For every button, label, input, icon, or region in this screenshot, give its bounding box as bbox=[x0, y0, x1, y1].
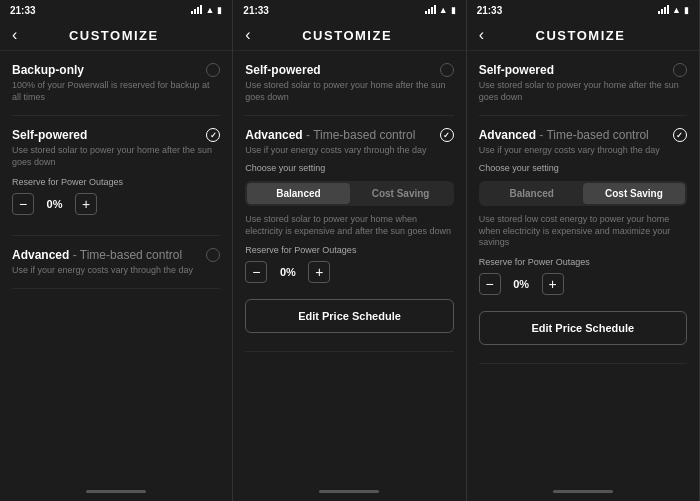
wifi-icon-3: ▲ bbox=[672, 5, 681, 15]
self-powered-header-3: Self-powered bbox=[479, 63, 687, 77]
home-bar-1 bbox=[86, 490, 146, 493]
home-indicator-1 bbox=[0, 485, 232, 501]
advanced-header-1: Advanced - Time-based control bbox=[12, 248, 220, 262]
advanced-option-2: Advanced - Time-based control Use if you… bbox=[245, 116, 453, 352]
status-time-1: 21:33 bbox=[10, 5, 36, 16]
reserve-section-3: Reserve for Power Outages − 0% + bbox=[479, 257, 687, 295]
status-time-2: 21:33 bbox=[243, 5, 269, 16]
backup-only-radio[interactable] bbox=[206, 63, 220, 77]
screen-header-3: ‹ CUSTOMIZE bbox=[467, 20, 699, 51]
self-powered-option-2: Self-powered Use stored solar to power y… bbox=[245, 51, 453, 116]
toggle-tabs-2: Balanced Cost Saving bbox=[245, 181, 453, 206]
reserve-control-1: − 0% + bbox=[12, 193, 220, 215]
advanced-title-3: Advanced - Time-based control bbox=[479, 128, 649, 142]
setting-desc-2: Use stored solar to power your home when… bbox=[245, 214, 453, 237]
screen-title-2: CUSTOMIZE bbox=[261, 28, 434, 43]
status-bar-3: 21:33 ▲ ▮ bbox=[467, 0, 699, 20]
screen-title-3: CUSTOMIZE bbox=[494, 28, 667, 43]
edit-price-btn-2[interactable]: Edit Price Schedule bbox=[245, 299, 453, 333]
reserve-control-3: − 0% + bbox=[479, 273, 687, 295]
reserve-value-3: 0% bbox=[509, 278, 534, 290]
tab-balanced-3[interactable]: Balanced bbox=[481, 183, 583, 204]
status-time-3: 21:33 bbox=[477, 5, 503, 16]
advanced-header-2: Advanced - Time-based control bbox=[245, 128, 453, 142]
self-powered-title-1: Self-powered bbox=[12, 128, 87, 142]
self-powered-subtitle-2: Use stored solar to power your home afte… bbox=[245, 80, 453, 103]
screen-header-2: ‹ CUSTOMIZE bbox=[233, 20, 465, 51]
backup-only-option: Backup-only 100% of your Powerwall is re… bbox=[12, 51, 220, 116]
screen-1: 21:33 ▲ ▮ ‹ CUSTOMIZE Backup-only 100% o… bbox=[0, 0, 233, 501]
reserve-plus-3[interactable]: + bbox=[542, 273, 564, 295]
reserve-minus-2[interactable]: − bbox=[245, 261, 267, 283]
signal-icon-3 bbox=[658, 6, 669, 14]
home-bar-2 bbox=[319, 490, 379, 493]
reserve-value-2: 0% bbox=[275, 266, 300, 278]
advanced-subtitle-2: Use if your energy costs vary through th… bbox=[245, 145, 453, 157]
self-powered-subtitle-3: Use stored solar to power your home afte… bbox=[479, 80, 687, 103]
backup-only-title: Backup-only bbox=[12, 63, 84, 77]
advanced-option-3: Advanced - Time-based control Use if you… bbox=[479, 116, 687, 364]
advanced-radio-2[interactable] bbox=[440, 128, 454, 142]
reserve-title-3: Reserve for Power Outages bbox=[479, 257, 687, 267]
self-powered-header-1: Self-powered bbox=[12, 128, 220, 142]
toggle-tabs-3: Balanced Cost Saving bbox=[479, 181, 687, 206]
screen-header-1: ‹ CUSTOMIZE bbox=[0, 20, 232, 51]
wifi-icon-1: ▲ bbox=[205, 5, 214, 15]
reserve-title-1: Reserve for Power Outages bbox=[12, 177, 220, 187]
advanced-option-1: Advanced - Time-based control Use if you… bbox=[12, 236, 220, 290]
home-indicator-3 bbox=[467, 485, 699, 501]
back-button-2[interactable]: ‹ bbox=[245, 26, 250, 44]
self-powered-option-1: Self-powered Use stored solar to power y… bbox=[12, 116, 220, 235]
advanced-radio-3[interactable] bbox=[673, 128, 687, 142]
home-indicator-2 bbox=[233, 485, 465, 501]
advanced-title-1: Advanced - Time-based control bbox=[12, 248, 182, 262]
backup-only-header: Backup-only bbox=[12, 63, 220, 77]
reserve-title-2: Reserve for Power Outages bbox=[245, 245, 453, 255]
back-button-3[interactable]: ‹ bbox=[479, 26, 484, 44]
battery-icon-2: ▮ bbox=[451, 5, 456, 15]
choose-label-3: Choose your setting bbox=[479, 163, 687, 173]
screen-2: 21:33 ▲ ▮ ‹ CUSTOMIZE Self-powered Use s… bbox=[233, 0, 466, 501]
setting-desc-3: Use stored low cost energy to power your… bbox=[479, 214, 687, 249]
advanced-title-2: Advanced - Time-based control bbox=[245, 128, 415, 142]
self-powered-subtitle-1: Use stored solar to power your home afte… bbox=[12, 145, 220, 168]
tab-cost-saving-2[interactable]: Cost Saving bbox=[350, 183, 452, 204]
battery-icon-1: ▮ bbox=[217, 5, 222, 15]
self-powered-radio-2[interactable] bbox=[440, 63, 454, 77]
self-powered-option-3: Self-powered Use stored solar to power y… bbox=[479, 51, 687, 116]
backup-only-subtitle: 100% of your Powerwall is reserved for b… bbox=[12, 80, 220, 103]
status-icons-3: ▲ ▮ bbox=[658, 5, 689, 15]
advanced-radio-1[interactable] bbox=[206, 248, 220, 262]
wifi-icon-2: ▲ bbox=[439, 5, 448, 15]
screen-content-2: Self-powered Use stored solar to power y… bbox=[233, 51, 465, 485]
screen-title-1: CUSTOMIZE bbox=[27, 28, 200, 43]
home-bar-3 bbox=[553, 490, 613, 493]
reserve-section-1: Reserve for Power Outages − 0% + bbox=[12, 177, 220, 215]
screen-3: 21:33 ▲ ▮ ‹ CUSTOMIZE Self-powered Use s… bbox=[467, 0, 700, 501]
status-bar-1: 21:33 ▲ ▮ bbox=[0, 0, 232, 20]
reserve-plus-1[interactable]: + bbox=[75, 193, 97, 215]
status-icons-1: ▲ ▮ bbox=[191, 5, 222, 15]
tab-cost-saving-3[interactable]: Cost Saving bbox=[583, 183, 685, 204]
battery-icon-3: ▮ bbox=[684, 5, 689, 15]
choose-label-2: Choose your setting bbox=[245, 163, 453, 173]
self-powered-title-3: Self-powered bbox=[479, 63, 554, 77]
back-button-1[interactable]: ‹ bbox=[12, 26, 17, 44]
reserve-minus-1[interactable]: − bbox=[12, 193, 34, 215]
status-icons-2: ▲ ▮ bbox=[425, 5, 456, 15]
reserve-plus-2[interactable]: + bbox=[308, 261, 330, 283]
screen-content-3: Self-powered Use stored solar to power y… bbox=[467, 51, 699, 485]
tab-balanced-2[interactable]: Balanced bbox=[247, 183, 349, 204]
reserve-value-1: 0% bbox=[42, 198, 67, 210]
advanced-header-3: Advanced - Time-based control bbox=[479, 128, 687, 142]
self-powered-radio-3[interactable] bbox=[673, 63, 687, 77]
edit-price-btn-3[interactable]: Edit Price Schedule bbox=[479, 311, 687, 345]
signal-icon-2 bbox=[425, 6, 436, 14]
self-powered-radio-1[interactable] bbox=[206, 128, 220, 142]
self-powered-title-2: Self-powered bbox=[245, 63, 320, 77]
signal-icon-1 bbox=[191, 6, 202, 14]
screen-content-1: Backup-only 100% of your Powerwall is re… bbox=[0, 51, 232, 485]
reserve-minus-3[interactable]: − bbox=[479, 273, 501, 295]
reserve-section-2: Reserve for Power Outages − 0% + bbox=[245, 245, 453, 283]
reserve-control-2: − 0% + bbox=[245, 261, 453, 283]
